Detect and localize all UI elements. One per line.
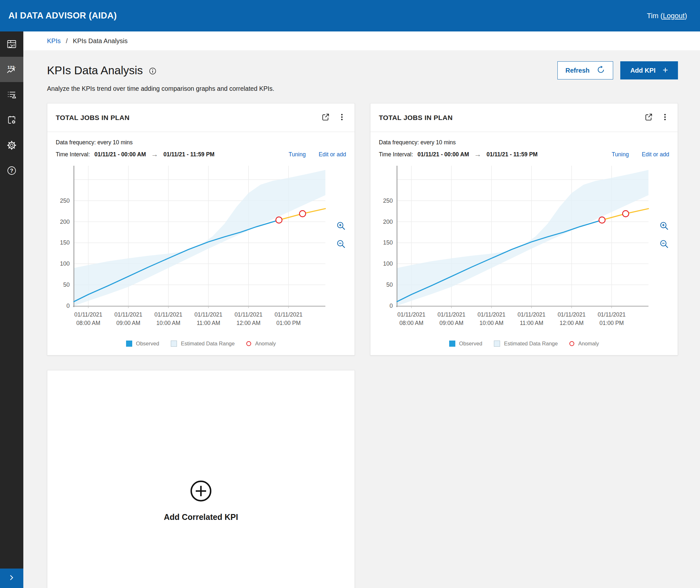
info-icon bbox=[149, 67, 157, 76]
page-info-button[interactable] bbox=[149, 67, 157, 76]
kpi-card: TOTAL JOBS IN PLAN Data frequency: every… bbox=[370, 103, 678, 356]
edit-or-add-link[interactable]: Edit or add bbox=[642, 151, 669, 158]
kpi-card-title: TOTAL JOBS IN PLAN bbox=[56, 114, 130, 122]
legend-item: Anomaly bbox=[246, 341, 276, 347]
legend-label: Observed bbox=[136, 341, 159, 347]
open-in-new-button[interactable] bbox=[321, 113, 330, 123]
breadcrumb: KPIs / KPIs Data Analysis bbox=[23, 31, 700, 50]
magnifier-minus-icon bbox=[336, 239, 346, 250]
time-interval-from: 01/11/21 - 00:00 AM bbox=[94, 151, 146, 158]
add-correlated-kpi-card[interactable]: Add Correlated KPI bbox=[47, 370, 355, 588]
anomaly-list-icon bbox=[6, 89, 17, 100]
breadcrumb-kpis-link[interactable]: KPIs bbox=[47, 37, 61, 45]
time-interval-from: 01/11/21 - 00:00 AM bbox=[417, 151, 469, 158]
overflow-menu-button[interactable] bbox=[661, 113, 669, 122]
legend-label: Estimated Data Range bbox=[504, 341, 558, 347]
plus-icon: + bbox=[663, 65, 668, 75]
zoom-in-button[interactable] bbox=[336, 221, 346, 232]
sidebar-item-scheduler[interactable] bbox=[0, 107, 23, 133]
data-frequency-text: Data frequency: every 10 mins bbox=[56, 139, 346, 146]
observed-swatch-icon bbox=[126, 341, 132, 347]
settings-gear-icon bbox=[6, 140, 17, 150]
sidebar-item-help[interactable]: ? bbox=[0, 158, 23, 183]
kpi-card: TOTAL JOBS IN PLAN Data frequency: every… bbox=[47, 103, 355, 356]
estimated-range-band bbox=[74, 170, 325, 306]
time-interval-label: Time Interval: bbox=[379, 151, 413, 158]
svg-text:0: 0 bbox=[390, 303, 393, 309]
svg-text:250: 250 bbox=[383, 197, 393, 204]
svg-text:01/11/2021: 01/11/2021 bbox=[114, 312, 142, 318]
add-correlated-kpi-label: Add Correlated KPI bbox=[164, 512, 238, 522]
chart-holder: 05010015020025001/11/202108:00 AM01/11/2… bbox=[56, 163, 346, 328]
legend-label: Anomaly bbox=[255, 341, 276, 347]
time-interval-to: 01/11/21 - 11:59 PM bbox=[163, 151, 215, 158]
open-in-new-icon bbox=[321, 113, 330, 123]
svg-text:01/11/2021: 01/11/2021 bbox=[235, 312, 263, 318]
magnifier-minus-icon bbox=[659, 239, 669, 250]
svg-text:09:00 AM: 09:00 AM bbox=[439, 320, 463, 326]
sidebar-expand-button[interactable] bbox=[0, 569, 23, 588]
plus-circle-icon bbox=[189, 479, 213, 504]
zoom-out-button[interactable] bbox=[659, 239, 669, 250]
kpi-chart: 05010015020025001/11/202108:00 AM01/11/2… bbox=[56, 163, 331, 327]
refresh-button-label: Refresh bbox=[566, 67, 589, 74]
svg-text:100: 100 bbox=[60, 260, 70, 267]
anomaly-swatch-icon bbox=[246, 341, 251, 346]
svg-text:0: 0 bbox=[66, 303, 70, 309]
legend-label: Anomaly bbox=[578, 341, 599, 347]
svg-text:10:00 AM: 10:00 AM bbox=[157, 320, 181, 326]
svg-text:01/11/2021: 01/11/2021 bbox=[477, 312, 505, 318]
logout-link[interactable]: Logout bbox=[663, 12, 684, 20]
svg-text:01:00 PM: 01:00 PM bbox=[276, 320, 301, 326]
svg-text:200: 200 bbox=[60, 218, 70, 225]
refresh-button[interactable]: Refresh bbox=[557, 61, 613, 79]
legend-item: Estimated Data Range bbox=[494, 341, 558, 347]
svg-text:01/11/2021: 01/11/2021 bbox=[397, 312, 425, 318]
svg-text:08:00 AM: 08:00 AM bbox=[76, 320, 100, 326]
open-in-new-button[interactable] bbox=[644, 113, 653, 123]
zoom-in-button[interactable] bbox=[659, 221, 669, 232]
dashboard-icon bbox=[6, 39, 17, 49]
overflow-menu-button[interactable] bbox=[338, 113, 346, 122]
edit-or-add-link[interactable]: Edit or add bbox=[319, 151, 346, 158]
add-kpi-button[interactable]: Add KPI + bbox=[620, 61, 678, 79]
svg-text:01/11/2021: 01/11/2021 bbox=[274, 312, 302, 318]
data-frequency-text: Data frequency: every 10 mins bbox=[379, 139, 669, 146]
chevron-right-icon bbox=[9, 574, 15, 582]
magnifier-plus-icon bbox=[336, 221, 346, 232]
legend-item: Observed bbox=[126, 341, 159, 347]
svg-text:01/11/2021: 01/11/2021 bbox=[598, 312, 625, 318]
add-kpi-button-label: Add KPI bbox=[630, 67, 656, 74]
help-icon: ? bbox=[6, 165, 17, 176]
svg-text:01/11/2021: 01/11/2021 bbox=[518, 312, 545, 318]
svg-text:09:00 AM: 09:00 AM bbox=[116, 320, 140, 326]
user-name-suffix: ) bbox=[685, 12, 687, 20]
svg-text:11:00 AM: 11:00 AM bbox=[197, 320, 220, 326]
observed-swatch-icon bbox=[449, 341, 455, 347]
zoom-out-button[interactable] bbox=[336, 239, 346, 250]
kebab-menu-icon bbox=[338, 113, 346, 122]
page-subtitle: Analyze the KPIs trend over time adding … bbox=[47, 85, 678, 92]
svg-text:100: 100 bbox=[383, 260, 393, 267]
tuning-link[interactable]: Tuning bbox=[289, 151, 306, 158]
kpi-card-title: TOTAL JOBS IN PLAN bbox=[379, 114, 453, 122]
svg-text:50: 50 bbox=[63, 281, 70, 288]
svg-text:10:00 AM: 10:00 AM bbox=[480, 320, 504, 326]
anomaly-marker bbox=[276, 217, 282, 223]
svg-text:11:00 AM: 11:00 AM bbox=[520, 320, 543, 326]
svg-text:150: 150 bbox=[383, 239, 393, 246]
sidebar-item-anomaly-list[interactable] bbox=[0, 82, 23, 107]
svg-text:?: ? bbox=[10, 168, 13, 173]
breadcrumb-separator: / bbox=[66, 37, 68, 45]
legend-item: Observed bbox=[449, 341, 483, 347]
sidebar-item-settings[interactable] bbox=[0, 133, 23, 158]
sidebar-item-dashboard[interactable] bbox=[0, 31, 23, 57]
legend-item: Anomaly bbox=[569, 341, 599, 347]
tuning-link[interactable]: Tuning bbox=[612, 151, 629, 158]
user-menu[interactable]: Tim (Logout) bbox=[647, 12, 687, 20]
svg-text:250: 250 bbox=[60, 197, 70, 204]
user-name: Tim ( bbox=[647, 12, 663, 20]
svg-text:150: 150 bbox=[60, 239, 70, 246]
svg-text:01/11/2021: 01/11/2021 bbox=[154, 312, 182, 318]
sidebar-item-kpis[interactable]: 123· bbox=[0, 57, 23, 82]
